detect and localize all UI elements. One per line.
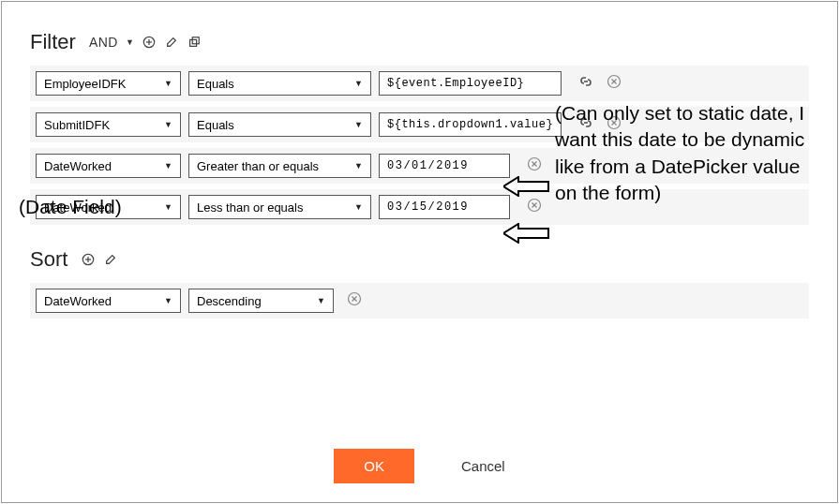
filter-value-text: 03/15/2019: [387, 200, 469, 214]
filter-op-select[interactable]: Greater than or equals ▼: [188, 154, 371, 178]
add-icon[interactable]: [81, 252, 96, 267]
filter-op-select[interactable]: Less than or equals ▼: [188, 195, 371, 219]
chevron-down-icon: ▼: [164, 120, 172, 129]
chevron-down-icon: ▼: [164, 202, 172, 212]
edit-icon[interactable]: [103, 252, 118, 267]
filter-value-date-input[interactable]: 03/01/2019: [379, 154, 510, 178]
chevron-down-icon: ▼: [164, 79, 172, 88]
cancel-button[interactable]: Cancel: [461, 458, 505, 474]
filter-op-value: Equals: [197, 77, 234, 91]
remove-icon[interactable]: [527, 156, 542, 175]
chevron-down-icon: ▼: [354, 161, 363, 170]
copy-icon[interactable]: [187, 35, 202, 50]
sort-direction-select[interactable]: Descending ▼: [188, 289, 334, 313]
filter-value-date-input[interactable]: 03/15/2019: [379, 195, 510, 219]
chevron-down-icon: ▼: [164, 296, 172, 305]
filter-header: Filter AND ▼: [30, 30, 809, 54]
annotation-static-date: (Can only set to static date, I want thi…: [555, 100, 827, 206]
dialog-buttons: OK Cancel: [2, 449, 837, 483]
filter-value-text: ${this.dropdown1.value}: [387, 118, 553, 131]
filter-value-text: ${event.EmployeeID}: [387, 77, 524, 90]
svg-rect-4: [190, 39, 197, 46]
chevron-down-icon: ▼: [317, 296, 325, 305]
sort-header: Sort: [30, 247, 809, 272]
filter-op-value: Equals: [197, 118, 234, 132]
sort-row: DateWorked ▼ Descending ▼: [30, 283, 809, 319]
chevron-down-icon: ▼: [354, 120, 363, 129]
remove-icon[interactable]: [527, 198, 542, 216]
remove-icon[interactable]: [607, 74, 622, 93]
filter-value-input[interactable]: ${this.dropdown1.value}: [379, 112, 562, 137]
filter-field-value: DateWorked: [44, 159, 112, 173]
dialog-window: Filter AND ▼ EmployeeIDFK ▼ Equ: [1, 1, 838, 503]
annotation-date-field: (Date Field): [19, 194, 122, 220]
row-actions: [527, 156, 542, 175]
svg-rect-5: [192, 37, 199, 44]
filter-operator[interactable]: AND: [89, 35, 118, 50]
filter-op-select[interactable]: Equals ▼: [188, 71, 371, 96]
sort-direction-value: Descending: [197, 294, 262, 308]
filter-field-select[interactable]: EmployeeIDFK ▼: [36, 71, 181, 96]
row-actions: [578, 74, 622, 93]
filter-value-text: 03/01/2019: [387, 159, 469, 172]
filter-title: Filter: [30, 30, 76, 54]
remove-icon[interactable]: [347, 291, 362, 310]
filter-op-value: Greater than or equals: [197, 159, 319, 173]
sort-field-value: DateWorked: [44, 294, 112, 308]
filter-op-value: Less than or equals: [197, 200, 303, 215]
sort-rows: DateWorked ▼ Descending ▼: [30, 283, 809, 319]
row-actions: [527, 198, 542, 216]
chevron-down-icon: ▼: [354, 79, 363, 88]
filter-field-select[interactable]: SubmitIDFK ▼: [36, 112, 181, 137]
chevron-down-icon: ▼: [354, 202, 363, 212]
chevron-down-icon: ▼: [164, 161, 172, 170]
ok-button[interactable]: OK: [334, 449, 414, 483]
sort-field-select[interactable]: DateWorked ▼: [36, 289, 181, 313]
link-icon[interactable]: [578, 74, 593, 93]
filter-field-select[interactable]: DateWorked ▼: [36, 154, 181, 178]
filter-value-input[interactable]: ${event.EmployeeID}: [379, 71, 562, 96]
add-icon[interactable]: [142, 35, 157, 50]
filter-op-select[interactable]: Equals ▼: [188, 112, 371, 137]
edit-icon[interactable]: [164, 35, 179, 50]
filter-row: EmployeeIDFK ▼ Equals ▼ ${event.Employee…: [30, 66, 809, 101]
filter-field-value: SubmitIDFK: [44, 118, 110, 132]
sort-title: Sort: [30, 247, 67, 272]
operator-dropdown-icon[interactable]: ▼: [126, 37, 134, 47]
filter-field-value: EmployeeIDFK: [44, 77, 126, 91]
